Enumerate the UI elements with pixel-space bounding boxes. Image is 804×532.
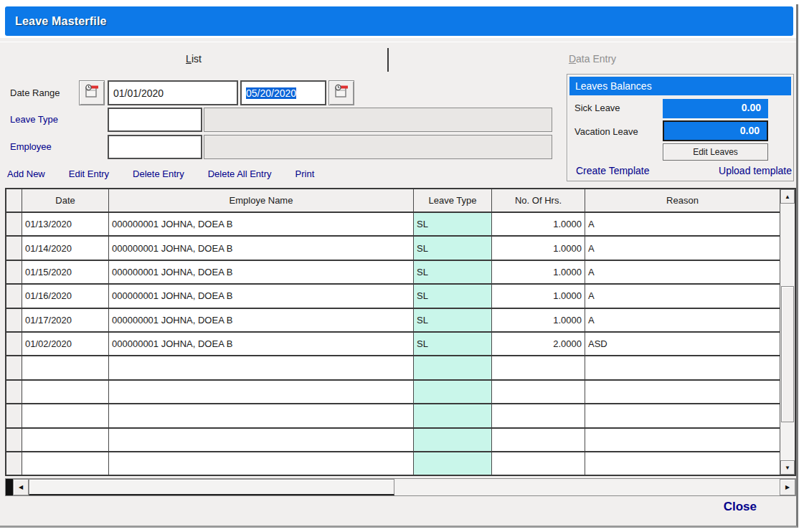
grid-inner: Date Employe Name Leave Type No. Of Hrs.… — [6, 189, 780, 475]
scrollbar-left-cap — [6, 479, 13, 495]
cell-leave-type: SL — [414, 309, 492, 331]
cell-reason — [585, 381, 780, 403]
cell-employee-name: 000000001 JOHNA, DOEA B — [109, 261, 414, 283]
cell-date: 01/02/2020 — [22, 333, 109, 355]
cell-leave-type — [414, 356, 492, 379]
table-row[interactable]: 01/15/2020000000001 JOHNA, DOEA BSL1.000… — [6, 261, 780, 285]
table-row[interactable] — [6, 356, 780, 380]
horizontal-scrollbar[interactable]: ◀ ▶ — [5, 478, 796, 496]
sick-leave-value[interactable]: 0.00 — [663, 99, 768, 118]
calendar-icon — [84, 84, 100, 103]
cell-leave-type — [414, 404, 492, 427]
cell-reason: A — [585, 261, 780, 283]
table-row[interactable] — [6, 452, 780, 476]
header-employee-name: Employe Name — [109, 189, 414, 212]
cell-date: 01/16/2020 — [22, 285, 109, 307]
table-row[interactable] — [6, 429, 780, 452]
scroll-up-button[interactable]: ▲ — [780, 189, 795, 204]
row-selector-cell — [6, 452, 22, 475]
right-arrow-icon: ▶ — [785, 484, 790, 490]
delete-entry-link[interactable]: Delete Entry — [133, 168, 184, 179]
table-row[interactable]: 01/14/2020000000001 JOHNA, DOEA BSL1.000… — [6, 237, 780, 260]
header-date: Date — [22, 189, 109, 212]
row-selector-cell — [6, 213, 22, 235]
cell-hours: 1.0000 — [492, 261, 585, 283]
header-leave-type: Leave Type — [414, 189, 492, 212]
cell-leave-type: SL — [414, 285, 492, 307]
date-range-label: Date Range — [10, 80, 60, 105]
cell-employee-name: 000000001 JOHNA, DOEA B — [109, 309, 414, 331]
titlebar: Leave Masterfile — [5, 6, 793, 36]
row-selector-cell — [6, 309, 22, 331]
date-to-calendar-button[interactable] — [328, 80, 354, 105]
row-selector-cell — [6, 261, 22, 283]
cell-employee-name — [109, 429, 414, 451]
leave-masterfile-window: Leave Masterfile List Data Entry Date Ra… — [0, 4, 798, 528]
header-reason: Reason — [585, 189, 780, 212]
table-row[interactable]: 01/13/2020000000001 JOHNA, DOEA BSL1.000… — [6, 213, 780, 237]
cell-reason — [585, 452, 780, 475]
employee-input[interactable] — [108, 135, 202, 159]
cell-reason: A — [585, 213, 780, 235]
table-row[interactable]: 01/16/2020000000001 JOHNA, DOEA BSL1.000… — [6, 285, 780, 308]
leave-entries-grid: Date Employe Name Leave Type No. Of Hrs.… — [5, 188, 796, 476]
add-new-link[interactable]: Add New — [7, 168, 45, 179]
table-row[interactable] — [6, 381, 780, 404]
window-title: Leave Masterfile — [5, 6, 793, 36]
table-row[interactable]: 01/17/2020000000001 JOHNA, DOEA BSL1.000… — [6, 309, 780, 333]
cell-leave-type: SL — [414, 237, 492, 259]
date-to-input[interactable]: 05/20/2020 — [240, 80, 326, 105]
cell-employee-name: 000000001 JOHNA, DOEA B — [109, 285, 414, 307]
row-selector-cell — [6, 333, 22, 355]
vacation-leave-value[interactable]: 0.00 — [663, 120, 768, 141]
up-arrow-icon: ▲ — [785, 194, 790, 200]
vertical-scrollbar[interactable]: ▲ ▼ — [780, 189, 795, 475]
cell-employee-name: 000000001 JOHNA, DOEA B — [109, 333, 414, 355]
leaves-balances-panel: Leaves Balances Sick Leave 0.00 Vacation… — [567, 74, 794, 181]
cell-employee-name: 000000001 JOHNA, DOEA B — [109, 237, 414, 259]
cell-date — [22, 452, 109, 475]
cell-reason — [585, 404, 780, 427]
scroll-right-button[interactable]: ▶ — [780, 479, 795, 495]
row-selector-cell — [6, 381, 22, 403]
action-links: Add New Edit Entry Delete Entry Delete A… — [7, 168, 314, 179]
vertical-scrollbar-thumb[interactable] — [781, 286, 794, 422]
edit-leaves-button[interactable]: Edit Leaves — [663, 143, 768, 161]
scroll-left-button[interactable]: ◀ — [13, 479, 29, 495]
leaves-balances-header: Leaves Balances — [569, 77, 791, 95]
date-from-input[interactable] — [108, 80, 238, 105]
cell-leave-type: SL — [414, 261, 492, 283]
scroll-down-button[interactable]: ▼ — [780, 460, 795, 475]
cell-reason: A — [585, 309, 780, 331]
sick-leave-label: Sick Leave — [574, 103, 620, 113]
employee-description-field — [204, 135, 552, 159]
cell-employee-name — [109, 356, 414, 379]
edit-entry-link[interactable]: Edit Entry — [69, 168, 109, 179]
employee-label: Employee — [10, 135, 52, 159]
cell-employee-name — [109, 381, 414, 403]
cell-leave-type: SL — [414, 213, 492, 235]
create-template-link[interactable]: Create Template — [576, 165, 649, 176]
cell-hours: 2.0000 — [492, 333, 585, 355]
leave-type-input[interactable] — [108, 108, 202, 132]
table-row[interactable]: 01/02/2020000000001 JOHNA, DOEA BSL2.000… — [6, 333, 780, 356]
cell-leave-type — [414, 429, 492, 451]
close-button[interactable]: Close — [724, 500, 757, 514]
cell-date — [22, 429, 109, 451]
horizontal-scrollbar-thumb[interactable] — [29, 479, 394, 495]
vacation-leave-label: Vacation Leave — [574, 126, 638, 137]
calendar-icon — [334, 84, 349, 103]
delete-all-entry-link[interactable]: Delete All Entry — [208, 168, 272, 179]
table-row[interactable] — [6, 404, 780, 428]
date-from-calendar-button[interactable] — [79, 80, 105, 105]
cell-leave-type — [414, 452, 492, 475]
cell-hours: 1.0000 — [492, 237, 585, 259]
tab-data-entry[interactable]: Data Entry — [389, 42, 796, 75]
cell-employee-name — [109, 452, 414, 475]
tab-list[interactable]: List — [0, 42, 387, 75]
down-arrow-icon: ▼ — [785, 465, 790, 471]
cell-reason: ASD — [585, 333, 780, 355]
print-link[interactable]: Print — [295, 168, 315, 179]
upload-template-link[interactable]: Upload template — [719, 165, 792, 176]
grid-header-row: Date Employe Name Leave Type No. Of Hrs.… — [6, 189, 780, 213]
